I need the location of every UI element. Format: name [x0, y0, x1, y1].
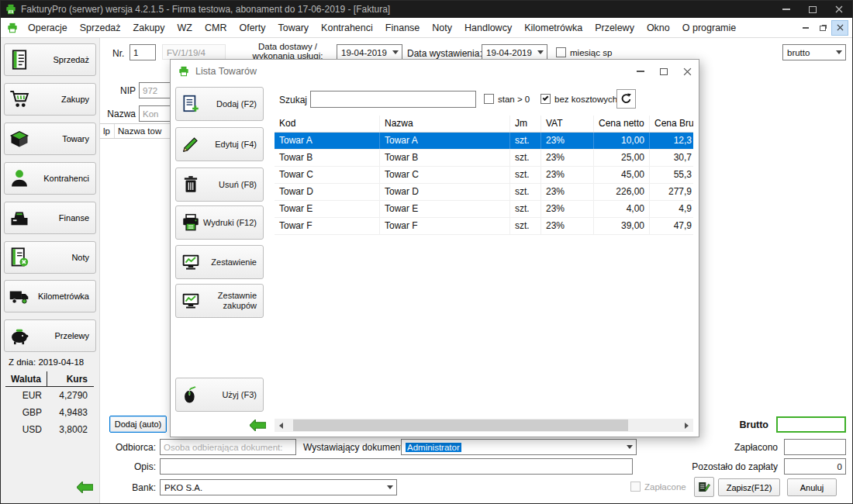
- sidebar-item-towary[interactable]: Towary: [4, 123, 96, 155]
- issuer-select[interactable]: Administrator: [401, 439, 637, 455]
- sidebar-item-kontrahenci[interactable]: Kontrahenci: [4, 162, 96, 195]
- paid-label: Zapłacono: [697, 442, 778, 453]
- table-row[interactable]: Towar F Towar F szt. 23% 39,00 47,9: [275, 218, 693, 235]
- scroll-left-arrow[interactable]: [275, 419, 288, 432]
- scrollbar-thumb[interactable]: [293, 419, 628, 431]
- dialog-maximize-button[interactable]: [652, 60, 675, 83]
- dialog-close-button[interactable]: [675, 60, 699, 83]
- horizontal-scrollbar[interactable]: [275, 419, 693, 432]
- refresh-button[interactable]: [616, 89, 636, 109]
- chevron-down-icon: [832, 45, 845, 60]
- items-header-name: Nazwa tow: [115, 124, 161, 138]
- menu-item-noty[interactable]: Noty: [426, 22, 458, 33]
- menu-item-o-programie[interactable]: O programie: [676, 22, 742, 33]
- edit-note-button[interactable]: [694, 477, 714, 497]
- mdi-minimize-button[interactable]: [797, 20, 814, 36]
- dialog-minimize-button[interactable]: [629, 60, 652, 83]
- delivery-date-label: Data dostawy / wykonania usługi:: [241, 42, 334, 60]
- menu-item-handlowcy[interactable]: Handlowcy: [458, 22, 518, 33]
- sidebar-item-sprzedaz[interactable]: Sprzedaż: [4, 43, 96, 76]
- costless-filter-label: bez kosztowych: [554, 95, 617, 104]
- maximize-button[interactable]: [799, 1, 826, 18]
- back-arrow-icon[interactable]: [77, 482, 93, 493]
- menu-item-finanse[interactable]: Finanse: [379, 22, 426, 33]
- col-header-kod[interactable]: Kod: [275, 116, 380, 132]
- costless-filter-checkbox[interactable]: bez kosztowych: [540, 94, 617, 104]
- save-button[interactable]: Zapisz(F12): [718, 478, 780, 496]
- search-input[interactable]: [310, 91, 476, 108]
- menu-item-oferty[interactable]: Oferty: [233, 22, 271, 33]
- mdi-close-button[interactable]: [831, 20, 848, 36]
- table-row[interactable]: Towar C Towar C szt. 23% 45,00 55,3: [275, 167, 693, 184]
- table-row[interactable]: Towar E Towar E szt. 23% 4,00 4,9: [275, 201, 693, 218]
- minimize-icon: [782, 9, 790, 10]
- chevron-down-icon: [383, 480, 396, 495]
- paid-checkbox[interactable]: Zapłacone: [630, 482, 686, 492]
- sidebar-item-label: Kilometrówka: [38, 292, 89, 301]
- rates-header-currency: Waluta: [5, 371, 47, 386]
- remaining-input[interactable]: [784, 458, 846, 475]
- menu-item-kontrahenci[interactable]: Kontrahenci: [315, 22, 379, 33]
- items-header-lp: lp: [100, 124, 115, 138]
- nr-input[interactable]: [130, 44, 156, 60]
- window-title: FakturyPro (serwer) wersja 4.2.1.5 - Fir…: [21, 4, 773, 15]
- menu-item-sprzedaz[interactable]: Sprzedaż: [74, 22, 127, 33]
- rates-date-label: Z dnia:: [9, 357, 36, 367]
- brutto-total-input[interactable]: [776, 416, 846, 433]
- col-header-nazwa[interactable]: Nazwa: [380, 116, 510, 132]
- bank-select[interactable]: PKO S.A.: [160, 479, 397, 495]
- stock-filter-checkbox[interactable]: stan > 0: [484, 94, 530, 104]
- price-mode-select[interactable]: brutto: [782, 44, 846, 60]
- add-auto-button[interactable]: Dodaj (auto): [109, 416, 167, 433]
- delete-product-button[interactable]: Usuń (F8): [175, 167, 264, 202]
- menu-item-zakupy[interactable]: Zakupy: [127, 22, 171, 33]
- nazwa-label: Nazwa: [100, 109, 136, 119]
- issue-date-select[interactable]: 19-04-2019: [482, 44, 547, 60]
- paid-input[interactable]: [784, 439, 846, 455]
- col-header-vat[interactable]: VAT: [541, 116, 594, 132]
- sidebar-item-label: Zakupy: [61, 95, 89, 104]
- menu-item-przelewy[interactable]: Przelewy: [589, 22, 641, 33]
- summary-button[interactable]: Zestawienie: [175, 245, 264, 279]
- price-mode-value: brutto: [787, 48, 810, 57]
- menu-item-operacje[interactable]: Operacje: [22, 22, 74, 33]
- prints-button[interactable]: Wydruki (F12): [175, 205, 264, 240]
- description-input[interactable]: [160, 458, 633, 475]
- menu-item-kilometrowka[interactable]: Kilometrówka: [518, 22, 589, 33]
- back-arrow-icon[interactable]: [250, 419, 266, 431]
- chevron-down-icon: [623, 440, 636, 454]
- sidebar-item-zakupy[interactable]: Zakupy: [4, 83, 96, 116]
- scroll-right-arrow[interactable]: [680, 419, 693, 432]
- col-header-cena-netto[interactable]: Cena netto: [594, 116, 650, 132]
- sidebar-item-noty[interactable]: Noty: [4, 241, 96, 274]
- col-header-jm[interactable]: Jm: [510, 116, 541, 132]
- purchases-summary-button[interactable]: Zestawnie zakupów: [175, 284, 264, 318]
- menu-item-cmr[interactable]: CMR: [199, 22, 233, 33]
- menu-item-wz[interactable]: WZ: [171, 22, 199, 33]
- button-label: Usuń (F8): [219, 180, 257, 190]
- minimize-button[interactable]: [773, 1, 799, 18]
- add-product-button[interactable]: Dodaj (F2): [175, 87, 264, 121]
- cancel-button[interactable]: Anuluj: [787, 478, 837, 496]
- sidebar-item-kilometrowka[interactable]: Kilometrówka: [4, 280, 96, 312]
- table-row[interactable]: Towar B Towar B szt. 23% 25,00 30,7: [275, 150, 693, 167]
- mdi-minimize-icon: [803, 27, 809, 29]
- close-button[interactable]: [826, 1, 852, 18]
- sidebar-item-finanse[interactable]: Finanse: [4, 202, 96, 234]
- delivery-date-select[interactable]: 19-04-2019: [337, 44, 402, 60]
- products-table: Kod Nazwa Jm VAT Cena netto Cena Brutto …: [275, 116, 693, 417]
- mdi-restore-button[interactable]: [814, 20, 831, 36]
- month-checkbox[interactable]: miesiąc sp: [556, 47, 612, 57]
- minimize-icon: [637, 71, 644, 72]
- menu-item-okno[interactable]: Okno: [641, 22, 676, 33]
- sidebar-item-przelewy[interactable]: Przelewy: [4, 319, 96, 352]
- menu-item-towary[interactable]: Towary: [272, 22, 316, 33]
- use-product-button[interactable]: Użyj (F3): [175, 378, 264, 412]
- col-header-cena-brutto[interactable]: Cena Brutto: [650, 116, 693, 132]
- mdi-window-controls: [797, 20, 848, 36]
- recipient-input[interactable]: [160, 439, 296, 455]
- table-row[interactable]: Towar D Towar D szt. 23% 226,00 277,9: [275, 184, 693, 201]
- edit-product-button[interactable]: Edytuj (F4): [175, 127, 264, 161]
- mouse-icon: [181, 385, 201, 405]
- table-row[interactable]: Towar A Towar A szt. 23% 10,00 12,3: [275, 133, 693, 150]
